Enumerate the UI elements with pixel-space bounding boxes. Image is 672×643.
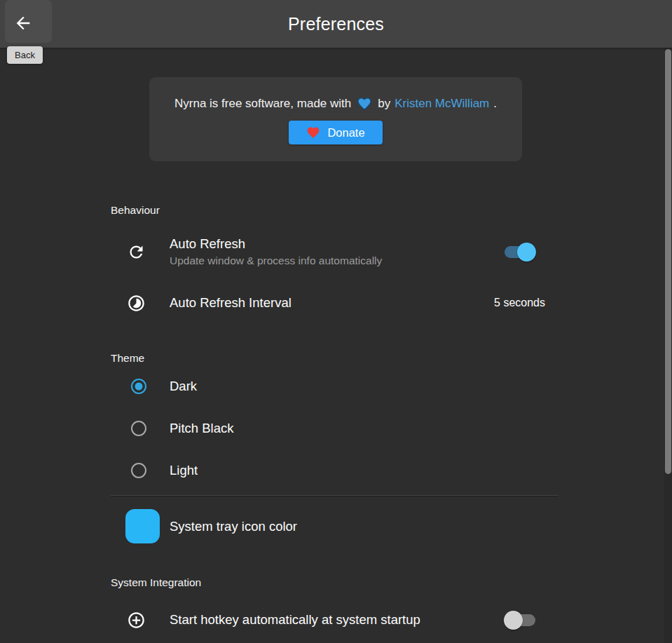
start-hotkey-label: Start hotkey automatically at system sta… — [170, 611, 504, 628]
toggle-thumb — [517, 243, 536, 262]
donate-button-label: Donate — [327, 126, 364, 140]
refresh-icon — [127, 243, 146, 262]
back-tooltip: Back — [7, 46, 43, 64]
interval-text: Auto Refresh Interval — [170, 295, 494, 311]
section-header-behaviour: Behaviour — [111, 203, 160, 217]
tray-icon-color-row[interactable]: System tray icon color — [125, 509, 545, 543]
start-hotkey-text: Start hotkey automatically at system sta… — [170, 611, 504, 628]
auto-refresh-row[interactable]: Auto Refresh Update window & process inf… — [127, 231, 545, 273]
red-heart-icon — [306, 126, 320, 140]
theme-option-light[interactable]: Light — [131, 456, 545, 485]
theme-option-label: Light — [170, 463, 198, 478]
preferences-page: Preferences Back Nyrna is free software,… — [0, 0, 672, 643]
about-donate-card: Nyrna is free software, made with by Kri… — [149, 77, 522, 161]
author-link[interactable]: Kristen McWilliam — [395, 95, 489, 111]
scrollbar-thumb[interactable] — [665, 49, 671, 474]
timelapse-icon — [127, 294, 146, 313]
start-hotkey-row[interactable]: Start hotkey automatically at system sta… — [127, 606, 545, 634]
about-text: Nyrna is free software, made with by Kri… — [174, 95, 497, 111]
radio-icon[interactable] — [131, 379, 146, 394]
tray-color-label: System tray icon color — [170, 518, 297, 535]
blue-heart-icon — [357, 96, 372, 111]
theme-option-label: Dark — [170, 379, 197, 394]
donate-button[interactable]: Donate — [289, 121, 383, 144]
sentence-period: . — [493, 95, 497, 111]
tray-color-swatch[interactable] — [125, 509, 160, 543]
about-text-after-heart: by — [378, 95, 390, 111]
theme-option-pitch-black[interactable]: Pitch Black — [131, 414, 545, 442]
divider — [111, 495, 558, 496]
theme-option-label: Pitch Black — [170, 421, 234, 436]
toggle-thumb — [504, 611, 523, 630]
app-bar: Preferences — [0, 0, 672, 48]
auto-refresh-title: Auto Refresh — [170, 236, 504, 252]
plus-circle-icon — [127, 611, 146, 630]
section-header-system-integration: System Integration — [111, 576, 201, 589]
about-text-before-heart: Nyrna is free software, made with — [174, 95, 351, 111]
auto-refresh-text: Auto Refresh Update window & process inf… — [170, 236, 504, 268]
auto-refresh-interval-row[interactable]: Auto Refresh Interval 5 seconds — [127, 289, 545, 317]
radio-icon[interactable] — [131, 463, 146, 478]
auto-refresh-toggle[interactable] — [504, 243, 536, 262]
start-hotkey-toggle[interactable] — [504, 611, 536, 630]
page-title: Preferences — [0, 0, 672, 48]
theme-option-dark[interactable]: Dark — [131, 372, 545, 400]
interval-title: Auto Refresh Interval — [170, 295, 494, 311]
section-header-theme: Theme — [111, 351, 144, 365]
auto-refresh-subtitle: Update window & process info automatical… — [170, 253, 504, 268]
radio-icon[interactable] — [131, 421, 146, 436]
interval-value: 5 seconds — [494, 297, 545, 309]
